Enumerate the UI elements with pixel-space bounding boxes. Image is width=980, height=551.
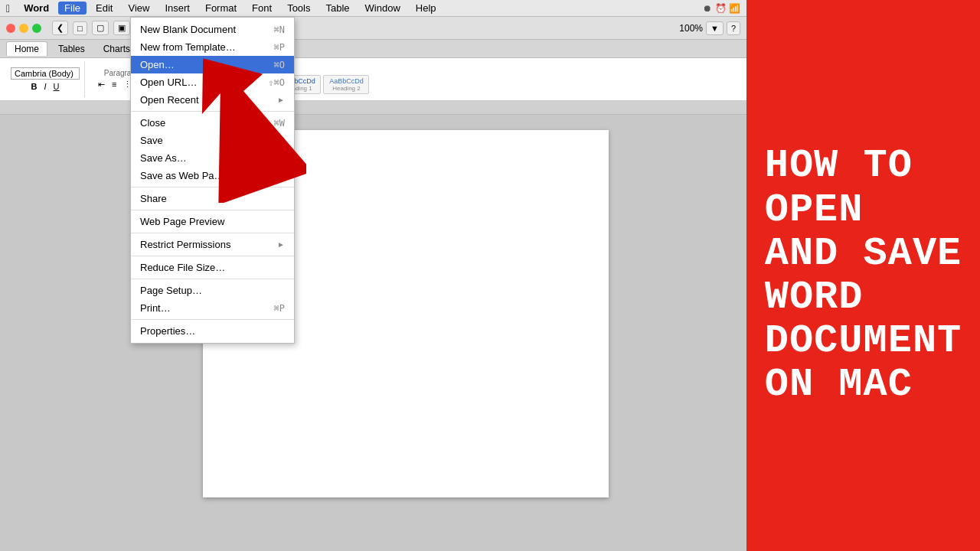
toolbar-area: ❮ □ ▢ ▣ ⌂ Home 100% ▼ ?	[0, 17, 746, 40]
menu-shortcut-open-url: ⇧⌘O	[268, 77, 285, 88]
submenu-arrow-restrict: ►	[277, 240, 285, 249]
menu-item-new-blank[interactable]: New Blank Document ⌘N	[131, 21, 294, 38]
font-section: B I U	[6, 61, 85, 97]
menu-shortcut-new-template: ⌘P	[274, 42, 285, 53]
menu-item-web-preview[interactable]: Web Page Preview	[131, 213, 294, 230]
ribbon-toolbar: B I U Paragraph ⇤ ≡ ⋮ ⇥ Styles AaBbCcDdE…	[0, 58, 746, 101]
ruler	[0, 101, 746, 115]
font-name-input[interactable]	[11, 67, 80, 80]
help-button[interactable]: ?	[727, 21, 740, 35]
tutorial-line-1: HOW TO	[765, 144, 962, 187]
menu-table[interactable]: Table	[319, 2, 355, 15]
word-area:  Word File Edit View Insert Format Font…	[0, 0, 746, 551]
menu-item-save[interactable]: Save ⌘S	[131, 132, 294, 149]
menu-label-share: Share	[140, 193, 285, 204]
menu-file[interactable]: File	[58, 2, 87, 15]
tab-home[interactable]: Home	[6, 41, 47, 56]
menu-view[interactable]: View	[122, 2, 155, 15]
menu-label-save-as: Save As…	[140, 152, 268, 164]
menu-shortcut-save-as: ⇧⌘S	[268, 153, 285, 164]
menu-item-page-setup[interactable]: Page Setup…	[131, 282, 294, 299]
mac-menubar:  Word File Edit View Insert Format Font…	[0, 0, 746, 17]
tutorial-line-6: ON MAC	[765, 363, 962, 406]
tutorial-line-2: OPEN	[765, 188, 962, 232]
menu-shortcut-save: ⌘S	[274, 135, 285, 146]
tutorial-line-5: DOCUMENT	[765, 319, 962, 363]
separator-6	[131, 279, 294, 279]
zoom-area: 100% ▼ ?	[679, 21, 740, 35]
format-row: B I U	[29, 81, 62, 92]
style-heading2[interactable]: AaBbCcDd Heading 2	[323, 75, 369, 94]
bold-button[interactable]: B	[29, 81, 40, 92]
style-h2-preview: AaBbCcDd	[328, 77, 364, 85]
menu-word[interactable]: Word	[18, 2, 55, 15]
menu-window[interactable]: Window	[359, 2, 407, 15]
menu-format[interactable]: Format	[199, 2, 243, 15]
menu-edit[interactable]: Edit	[90, 2, 119, 15]
menu-label-save-web: Save as Web Pa…	[140, 170, 285, 181]
separator-5	[131, 256, 294, 256]
menu-font[interactable]: Font	[246, 2, 278, 15]
toolbar-icon1[interactable]: □	[73, 21, 87, 35]
font-name-row	[11, 67, 80, 80]
tutorial-panel: HOW TO OPEN AND SAVE WORD DOCUMENT ON MA…	[746, 0, 980, 551]
tutorial-line-4: WORD	[765, 276, 962, 319]
tutorial-line-3: AND SAVE	[765, 232, 962, 276]
toolbar-icon2[interactable]: ▢	[92, 21, 109, 35]
menu-item-open[interactable]: Open… ⌘O	[131, 56, 294, 73]
doc-body	[0, 115, 746, 551]
menu-item-close[interactable]: Close ⌘W	[131, 114, 294, 132]
toolbar-icon3[interactable]: ▣	[113, 21, 130, 35]
menu-item-print[interactable]: Print… ⌘P	[131, 299, 294, 317]
italic-button[interactable]: I	[41, 81, 48, 92]
menu-item-restrict[interactable]: Restrict Permissions ►	[131, 236, 294, 253]
menu-label-open-url: Open URL…	[140, 77, 268, 88]
zoom-button[interactable]: ▼	[706, 21, 724, 35]
tutorial-title: HOW TO OPEN AND SAVE WORD DOCUMENT ON MA…	[765, 144, 962, 406]
menu-shortcut-open: ⌘O	[274, 60, 285, 70]
menu-label-new-blank: New Blank Document	[140, 24, 274, 35]
menu-label-web-preview: Web Page Preview	[140, 216, 285, 227]
menu-label-open: Open…	[140, 59, 274, 70]
menu-label-save: Save	[140, 135, 274, 146]
tab-tables[interactable]: Tables	[51, 42, 93, 56]
separator-4	[131, 233, 294, 233]
menu-item-reduce[interactable]: Reduce File Size…	[131, 259, 294, 276]
close-button[interactable]	[6, 24, 15, 33]
menu-help[interactable]: Help	[410, 2, 443, 15]
menu-item-open-recent[interactable]: Open Recent ►	[131, 91, 294, 109]
menu-tools[interactable]: Tools	[281, 2, 316, 15]
align-center[interactable]: ≡	[109, 79, 119, 90]
menu-item-share[interactable]: Share	[131, 190, 294, 207]
ribbon-tabs: Home Tables Charts SmartArt Review	[0, 40, 746, 58]
separator-7	[131, 319, 294, 320]
file-dropdown-menu: New Blank Document ⌘N New from Template……	[130, 17, 295, 344]
menu-item-properties[interactable]: Properties…	[131, 322, 294, 340]
back-button[interactable]: ❮	[52, 21, 68, 35]
menu-label-restrict: Restrict Permissions	[140, 239, 277, 250]
style-h2-label: Heading 2	[328, 85, 364, 92]
zoom-value: 100%	[679, 23, 703, 34]
minimize-button[interactable]	[19, 24, 28, 33]
separator-2	[131, 187, 294, 187]
separator-1	[131, 111, 294, 112]
menu-shortcut-print: ⌘P	[274, 303, 285, 314]
menu-label-properties: Properties…	[140, 325, 285, 337]
align-left[interactable]: ⇤	[96, 79, 107, 90]
menu-shortcut-close: ⌘W	[274, 118, 285, 129]
menu-item-open-url[interactable]: Open URL… ⇧⌘O	[131, 73, 294, 91]
menu-label-page-setup: Page Setup…	[140, 285, 285, 296]
maximize-button[interactable]	[32, 24, 41, 33]
menu-item-new-template[interactable]: New from Template… ⌘P	[131, 38, 294, 56]
menu-label-open-recent: Open Recent	[140, 94, 277, 106]
menu-label-print: Print…	[140, 302, 274, 314]
menu-insert[interactable]: Insert	[158, 2, 196, 15]
menu-shortcut-new-blank: ⌘N	[274, 24, 285, 35]
menu-label-close: Close	[140, 117, 274, 129]
status-icons: ⏺ ⏰ 📶	[703, 3, 740, 14]
menu-item-save-web[interactable]: Save as Web Pa…	[131, 167, 294, 184]
menu-item-save-as[interactable]: Save As… ⇧⌘S	[131, 149, 294, 167]
sidebar-panel	[0, 115, 65, 551]
underline-button[interactable]: U	[51, 81, 62, 92]
submenu-arrow-recent: ►	[277, 96, 285, 104]
